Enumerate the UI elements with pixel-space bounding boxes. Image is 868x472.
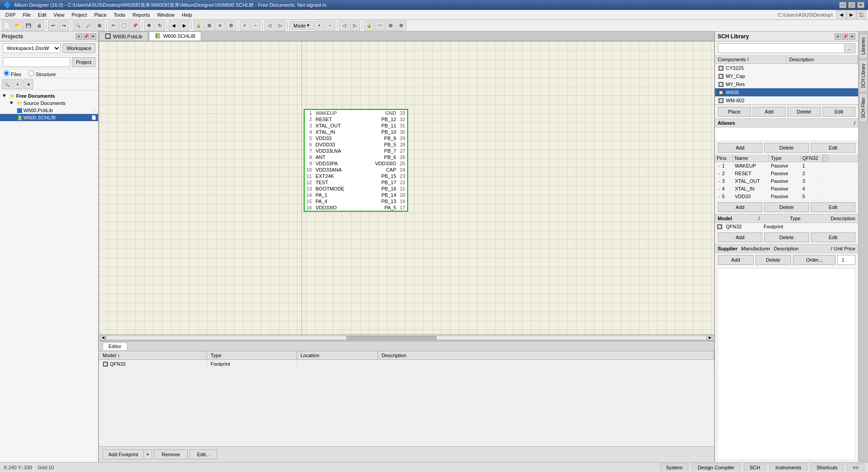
nav-l2-btn[interactable]: ◁ xyxy=(339,21,349,31)
order-button[interactable]: Order... xyxy=(793,255,836,265)
move-btn[interactable]: ✥ xyxy=(144,21,154,31)
delete-component-button[interactable]: Delete xyxy=(787,107,821,117)
edit-button[interactable]: Edit... xyxy=(189,449,217,459)
pins-scroll[interactable] xyxy=(823,154,828,162)
scroll-left-arrow[interactable]: ◀ xyxy=(100,335,106,340)
table-row[interactable]: 🔲 QFN32 Footprint xyxy=(99,360,714,368)
schematic-canvas[interactable]: 1 WAKEUP GND 33 2 RESET PB_12 32 xyxy=(99,41,714,334)
pin-row-1[interactable]: → 1 WAKEUP Passive 1 xyxy=(715,162,858,170)
menu-reports[interactable]: Reports xyxy=(129,11,153,18)
maximize-button[interactable]: □ xyxy=(848,2,855,8)
comp-btn[interactable]: ⚙ xyxy=(226,21,236,31)
comp-row-mycap[interactable]: 🔲 MY_Cap xyxy=(715,72,858,80)
edit-component-button[interactable]: Edit xyxy=(823,107,856,117)
menu-place[interactable]: Place xyxy=(90,11,110,18)
open-btn[interactable]: 📂 xyxy=(13,21,22,31)
aliases-edit-button[interactable]: Edit xyxy=(811,143,855,153)
nav-l-btn[interactable]: ◁ xyxy=(265,21,274,31)
mode-button[interactable]: Mode ▾ xyxy=(289,21,314,30)
comp-row-cy3225[interactable]: 🔲 CY3225 xyxy=(715,64,858,72)
project-button[interactable]: Project xyxy=(72,57,95,67)
minimize-button[interactable]: — xyxy=(839,2,846,8)
remove-button[interactable]: Remove xyxy=(154,449,188,459)
add-footprint-button[interactable]: Add Footprint xyxy=(103,449,144,459)
plus-btn2[interactable]: + xyxy=(315,21,324,31)
vert-tab-libraries[interactable]: Libraries xyxy=(859,33,868,59)
nav-forward-button[interactable]: ▶ xyxy=(846,10,856,20)
menu-window[interactable]: Window xyxy=(153,11,178,18)
comp-row-w600[interactable]: 🔲 W600 xyxy=(715,88,858,96)
files-radio-label[interactable]: Files xyxy=(4,70,21,77)
status-tab-instruments[interactable]: Instruments xyxy=(769,463,807,471)
cut-btn[interactable]: ✂ xyxy=(108,21,118,31)
tree-item-schlib[interactable]: 📗 W600.SCHLIB 📄 xyxy=(0,114,98,121)
search-input[interactable] xyxy=(3,57,70,67)
lock2-btn[interactable]: 🔒 xyxy=(364,21,374,31)
new-btn[interactable]: 📄 xyxy=(2,21,12,31)
models-edit-button[interactable]: Edit xyxy=(811,232,855,242)
tab-schlib[interactable]: 📗 W600.SCHLIB xyxy=(149,32,201,41)
vert-tab-sch-filter[interactable]: SCH Filter xyxy=(859,93,868,122)
order-input[interactable] xyxy=(837,255,855,265)
menu-help[interactable]: Help xyxy=(178,11,196,18)
place-button[interactable]: Place xyxy=(718,107,751,117)
scroll-right-arrow[interactable]: ▶ xyxy=(707,335,713,340)
sch-search-input[interactable] xyxy=(718,43,845,53)
pins-delete-button[interactable]: Delete xyxy=(764,202,809,212)
lock-btn[interactable]: 🔒 xyxy=(193,21,203,31)
add-footprint-arrow-button[interactable]: ▾ xyxy=(144,449,152,459)
editor-tab-label[interactable]: Editor xyxy=(103,342,127,350)
comp2-btn[interactable]: ⚙ xyxy=(396,21,406,31)
tab-pcblib[interactable]: 🔲 W600.PcbLib xyxy=(99,32,148,41)
status-tab-design-compiler[interactable]: Design Compiler xyxy=(692,463,740,471)
zoom-fit-btn[interactable]: ⊞ xyxy=(94,21,104,31)
workspace-dropdown[interactable]: Workspace1.DsnW xyxy=(3,43,61,53)
comp-row-myres[interactable]: 🔲 MY_Res xyxy=(715,80,858,88)
redo-btn[interactable]: ↪ xyxy=(59,21,69,31)
home-button[interactable]: 🏠 xyxy=(856,10,866,20)
minus-btn[interactable]: − xyxy=(251,21,261,31)
status-tab-system[interactable]: System xyxy=(660,463,688,471)
paste-btn[interactable]: 📌 xyxy=(130,21,140,31)
pin-row-2[interactable]: → 2 RESET Passive 2 xyxy=(715,170,858,177)
structure-radio[interactable] xyxy=(28,70,34,76)
aliases-delete-button[interactable]: Delete xyxy=(764,143,809,153)
sch-lib-pin-btn[interactable]: 📌 xyxy=(842,33,848,40)
wave-btn[interactable]: 〰 xyxy=(375,21,385,31)
minus-btn2[interactable]: − xyxy=(325,21,335,31)
rotate-btn[interactable]: ↻ xyxy=(155,21,165,31)
panel-toolbar-btn2[interactable]: + xyxy=(13,79,22,89)
panel-toolbar-btn3[interactable]: ▾ xyxy=(23,79,33,89)
workspace-button[interactable]: Workspace xyxy=(63,43,95,53)
status-tab-sch[interactable]: SCH xyxy=(744,463,766,471)
menu-edit[interactable]: Edit xyxy=(34,11,50,18)
copy-btn[interactable]: 📋 xyxy=(119,21,129,31)
zoom-in-btn[interactable]: 🔍 xyxy=(73,21,83,31)
menu-dxp[interactable]: DXP xyxy=(2,11,19,18)
sch-search-button[interactable]: … xyxy=(845,43,855,53)
model-row-qfn32[interactable]: 🔲 QFN32 Footprint xyxy=(715,223,858,231)
menu-view[interactable]: View xyxy=(50,11,68,18)
panel-pin-btn[interactable]: 📌 xyxy=(83,33,89,40)
close-button[interactable]: ✕ xyxy=(857,2,864,8)
tree-item-free-docs[interactable]: ▼ 📁 Free Documents xyxy=(0,92,98,100)
grid-btn[interactable]: ⊞ xyxy=(204,21,214,31)
panel-close-btn[interactable]: ✕ xyxy=(90,33,96,40)
menu-file[interactable]: File xyxy=(19,11,35,18)
save-btn[interactable]: 💾 xyxy=(23,21,33,31)
undo-btn[interactable]: ↩ xyxy=(48,21,58,31)
menu-project[interactable]: Project xyxy=(68,11,90,18)
arr-left-btn[interactable]: ◀ xyxy=(169,21,179,31)
sch-lib-close-btn[interactable]: ✕ xyxy=(849,33,855,40)
print-btn[interactable]: 🖨 xyxy=(34,21,44,31)
lib-notes-area[interactable] xyxy=(718,268,855,460)
models-add-button[interactable]: Add xyxy=(718,232,762,242)
horizontal-scrollbar[interactable]: ◀ ▶ xyxy=(99,334,714,340)
status-tab-shortcuts[interactable]: Shortcuts xyxy=(811,463,843,471)
models-delete-button[interactable]: Delete xyxy=(764,232,809,242)
pins-add-button[interactable]: Add xyxy=(718,202,762,212)
zoom-out-btn[interactable]: 🔎 xyxy=(84,21,94,31)
vert-tab-sch-library[interactable]: SCH Library xyxy=(859,59,868,92)
structure-radio-label[interactable]: Structure xyxy=(28,70,56,77)
status-tab-more[interactable]: >> xyxy=(847,463,864,471)
